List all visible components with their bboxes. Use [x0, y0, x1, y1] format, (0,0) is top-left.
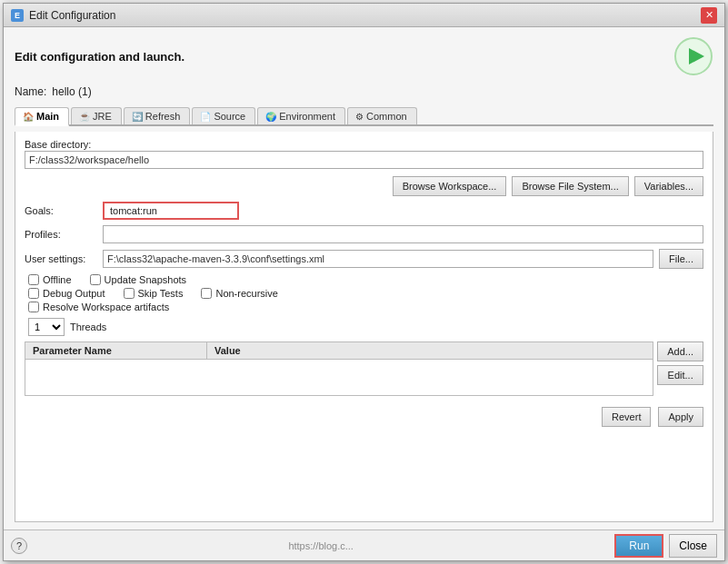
checkboxes-area: Offline Update Snapshots Debug Output Sk… [28, 274, 703, 312]
goals-row: Goals: [25, 202, 703, 220]
update-snapshots-label: Update Snapshots [105, 274, 187, 285]
table-header: Parameter Name Value [25, 342, 653, 360]
checkbox-row-1: Offline Update Snapshots [28, 274, 703, 285]
main-panel: Base directory: Browse Workspace... Brow… [15, 132, 713, 522]
tab-source[interactable]: 📄 Source [192, 107, 255, 124]
bottom-buttons-row: Revert Apply [25, 401, 703, 429]
resolve-workspace-checkbox[interactable] [28, 302, 39, 312]
tab-refresh[interactable]: 🔄 Refresh [124, 107, 191, 124]
tab-common[interactable]: ⚙ Common [347, 107, 417, 124]
base-directory-input[interactable] [25, 151, 703, 169]
user-settings-label: User settings: [25, 253, 97, 264]
help-icon: ? [16, 540, 22, 551]
resolve-workspace-checkbox-item[interactable]: Resolve Workspace artifacts [28, 302, 169, 312]
variables-button[interactable]: Variables... [634, 176, 703, 196]
goals-input[interactable] [103, 202, 239, 220]
debug-output-checkbox[interactable] [28, 288, 39, 299]
close-button[interactable]: Close [669, 534, 717, 558]
update-snapshots-checkbox-item[interactable]: Update Snapshots [90, 274, 187, 285]
edit-configuration-window: E Edit Configuration ✕ Edit configuratio… [3, 3, 725, 561]
parameter-table: Parameter Name Value [25, 341, 653, 396]
offline-checkbox[interactable] [28, 274, 39, 285]
footer-left: ? [11, 538, 27, 554]
checkbox-row-2: Debug Output Skip Tests Non-recursive [28, 288, 703, 299]
name-row: Name: hello (1) [15, 85, 713, 98]
user-settings-input[interactable] [103, 250, 653, 268]
goals-label: Goals: [25, 205, 97, 216]
tab-main-label: Main [36, 111, 59, 122]
main-tab-icon: 🏠 [23, 112, 34, 122]
header-row: Edit configuration and launch. [15, 36, 713, 76]
tab-source-label: Source [214, 111, 245, 122]
window-title: Edit Configuration [29, 9, 115, 22]
base-directory-label: Base directory: [25, 139, 703, 150]
file-button[interactable]: File... [659, 249, 703, 269]
param-name-col-header: Parameter Name [25, 342, 207, 359]
tab-environment-label: Environment [279, 111, 335, 122]
debug-output-label: Debug Output [43, 288, 105, 299]
checkbox-row-3: Resolve Workspace artifacts [28, 302, 703, 312]
resolve-workspace-label: Resolve Workspace artifacts [43, 302, 169, 312]
tab-main[interactable]: 🏠 Main [15, 107, 69, 126]
update-snapshots-checkbox[interactable] [90, 274, 101, 285]
browse-filesystem-button[interactable]: Browse File System... [512, 176, 628, 196]
tabs-bar: 🏠 Main ☕ JRE 🔄 Refresh 📄 Source 🌍 Enviro… [15, 107, 713, 126]
offline-checkbox-item[interactable]: Offline [28, 274, 72, 285]
parameter-table-section: Parameter Name Value Add... Edit... [25, 341, 703, 396]
title-bar: E Edit Configuration ✕ [4, 4, 724, 27]
footer: ? https://blog.c... Run Close [4, 529, 724, 560]
tab-jre[interactable]: ☕ JRE [71, 107, 122, 124]
user-settings-row: User settings: File... [25, 249, 703, 269]
help-button[interactable]: ? [11, 538, 27, 554]
common-tab-icon: ⚙ [355, 112, 364, 122]
table-side-buttons: Add... Edit... [653, 341, 703, 396]
page-title: Edit configuration and launch. [15, 50, 184, 64]
threads-label: Threads [70, 322, 106, 332]
close-window-button[interactable]: ✕ [701, 7, 717, 24]
source-tab-icon: 📄 [200, 112, 211, 122]
non-recursive-checkbox-item[interactable]: Non-recursive [201, 288, 277, 299]
value-col-header: Value [207, 342, 653, 359]
profiles-row: Profiles: [25, 225, 703, 243]
profiles-label: Profiles: [25, 229, 97, 240]
edit-button[interactable]: Edit... [657, 365, 703, 385]
add-button[interactable]: Add... [657, 341, 703, 361]
tab-jre-label: JRE [93, 111, 112, 122]
footer-right: Run Close [614, 534, 717, 558]
revert-button[interactable]: Revert [602, 407, 651, 427]
name-label: Name: [15, 85, 46, 98]
tab-environment[interactable]: 🌍 Environment [257, 107, 345, 124]
tab-common-label: Common [366, 111, 407, 122]
threads-row: 1 2 4 Threads [28, 318, 703, 336]
run-icon[interactable] [673, 36, 713, 76]
tab-refresh-label: Refresh [145, 111, 181, 122]
browse-workspace-button[interactable]: Browse Workspace... [393, 176, 507, 196]
table-body [25, 360, 653, 395]
browse-buttons-row: Browse Workspace... Browse File System..… [25, 176, 703, 196]
environment-tab-icon: 🌍 [265, 112, 276, 122]
debug-output-checkbox-item[interactable]: Debug Output [28, 288, 105, 299]
non-recursive-checkbox[interactable] [201, 288, 212, 299]
content-area: Edit configuration and launch. Name: hel… [4, 27, 724, 529]
skip-tests-label: Skip Tests [138, 288, 184, 299]
skip-tests-checkbox[interactable] [124, 288, 135, 299]
window-icon: E [11, 9, 24, 22]
run-button[interactable]: Run [614, 534, 663, 558]
name-value: hello (1) [52, 85, 91, 98]
title-bar-left: E Edit Configuration [11, 9, 115, 22]
jre-tab-icon: ☕ [79, 112, 90, 122]
profiles-input[interactable] [103, 225, 703, 243]
threads-select[interactable]: 1 2 4 [28, 318, 65, 336]
non-recursive-label: Non-recursive [215, 288, 277, 299]
apply-button[interactable]: Apply [658, 407, 703, 427]
base-directory-section: Base directory: [25, 139, 703, 169]
offline-label: Offline [43, 274, 72, 285]
footer-url: https://blog.c... [288, 540, 354, 551]
skip-tests-checkbox-item[interactable]: Skip Tests [124, 288, 184, 299]
refresh-tab-icon: 🔄 [132, 112, 143, 122]
